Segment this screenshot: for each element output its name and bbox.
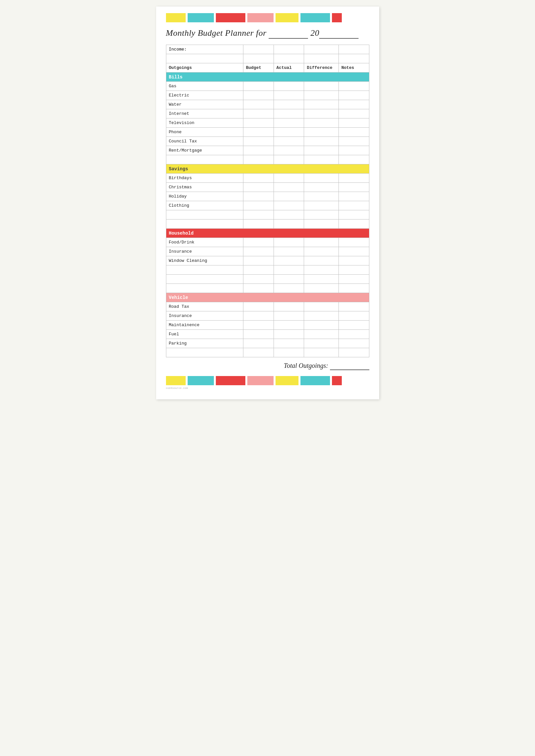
savings-holiday-budget <box>243 192 273 201</box>
bills-counciltax-row: Council Tax <box>166 137 369 146</box>
bills-phone-diff <box>304 128 339 137</box>
savings-birthdays-diff <box>304 174 339 183</box>
income-budget-cell <box>243 45 273 54</box>
vehicle-parking-label: Parking <box>166 339 243 348</box>
household-insurance-diff <box>304 247 339 256</box>
bills-gas-actual <box>273 82 304 91</box>
vehicle-parking-row: Parking <box>166 339 369 348</box>
savings-birthdays-budget <box>243 174 273 183</box>
bills-counciltax-notes <box>339 137 369 146</box>
bills-water-actual <box>273 100 304 109</box>
household-fooddrink-notes <box>339 238 369 247</box>
savings-clothing-budget <box>243 201 273 210</box>
title-prefix: Monthly Budget Planner for <box>166 28 267 38</box>
household-insurance-budget <box>243 247 273 256</box>
vehicle-parking-notes <box>339 339 369 348</box>
strip-b-teal-1 <box>188 376 214 385</box>
bills-internet-actual <box>273 109 304 118</box>
savings-holiday-diff <box>304 192 339 201</box>
savings-birthdays-row: Birthdays <box>166 174 369 183</box>
title-underline-month <box>268 28 308 39</box>
household-fooddrink-row: Food/Drink <box>166 238 369 247</box>
bills-phone-notes <box>339 128 369 137</box>
bills-label: Bills <box>166 73 369 82</box>
strip-red-2 <box>332 13 342 22</box>
household-empty-row-2 <box>166 275 369 284</box>
vehicle-maintainence-budget <box>243 321 273 330</box>
page-title: Monthly Budget Planner for 20 <box>166 28 369 39</box>
income-row: Income: <box>166 45 369 54</box>
bills-counciltax-budget <box>243 137 273 146</box>
savings-christmas-row: Christmas <box>166 183 369 192</box>
household-fooddrink-diff <box>304 238 339 247</box>
strip-b-pink-1 <box>247 376 273 385</box>
strip-b-red-1 <box>216 376 245 385</box>
bills-internet-notes <box>339 109 369 118</box>
title-year-prefix: 20 <box>310 28 319 38</box>
household-windowcleaning-notes <box>339 256 369 265</box>
bills-electric-row: Electric <box>166 91 369 100</box>
bills-water-row: Water <box>166 100 369 109</box>
bills-rent-notes <box>339 146 369 155</box>
bills-electric-budget <box>243 91 273 100</box>
vehicle-parking-actual <box>273 339 304 348</box>
bills-rent-budget <box>243 146 273 155</box>
savings-clothing-label: Clothing <box>166 201 243 210</box>
savings-christmas-notes <box>339 183 369 192</box>
vehicle-fuel-row: Fuel <box>166 330 369 339</box>
strip-b-teal-2 <box>300 376 330 385</box>
bills-counciltax-label: Council Tax <box>166 137 243 146</box>
header-actual: Actual <box>273 63 304 73</box>
savings-birthdays-notes <box>339 174 369 183</box>
bills-television-row: Television <box>166 118 369 128</box>
bills-internet-budget <box>243 109 273 118</box>
category-household: Household <box>166 229 369 238</box>
bills-rent-label: Rent/Mortgage <box>166 146 243 155</box>
savings-clothing-actual <box>273 201 304 210</box>
household-fooddrink-label: Food/Drink <box>166 238 243 247</box>
header-outgoings: Outgoings <box>166 63 243 73</box>
vehicle-roadtax-diff <box>304 302 339 311</box>
vehicle-roadtax-actual <box>273 302 304 311</box>
strip-red-1 <box>216 13 245 22</box>
bills-television-label: Television <box>166 118 243 128</box>
bills-television-actual <box>273 118 304 128</box>
household-insurance-row: Insurance <box>166 247 369 256</box>
vehicle-maintainence-diff <box>304 321 339 330</box>
watermark: cod4source.com <box>166 387 369 390</box>
savings-empty-row-1 <box>166 210 369 219</box>
bills-phone-actual <box>273 128 304 137</box>
header-notes: Notes <box>339 63 369 73</box>
strip-b-red-2 <box>332 376 342 385</box>
income-notes-cell <box>339 45 369 54</box>
savings-empty-row-2 <box>166 219 369 229</box>
savings-clothing-notes <box>339 201 369 210</box>
top-color-strips <box>166 13 369 22</box>
vehicle-label: Vehicle <box>166 293 369 302</box>
vehicle-fuel-actual <box>273 330 304 339</box>
vehicle-empty-row <box>166 348 369 357</box>
vehicle-insurance-actual <box>273 311 304 321</box>
bills-internet-diff <box>304 109 339 118</box>
savings-label: Savings <box>166 164 369 174</box>
bills-television-diff <box>304 118 339 128</box>
bills-rent-row: Rent/Mortgage <box>166 146 369 155</box>
bills-counciltax-actual <box>273 137 304 146</box>
savings-birthdays-label: Birthdays <box>166 174 243 183</box>
bills-empty-row <box>166 155 369 164</box>
bills-water-diff <box>304 100 339 109</box>
household-empty-row-3 <box>166 284 369 293</box>
table-header-row: Outgoings Budget Actual Difference Notes <box>166 63 369 73</box>
bills-phone-budget <box>243 128 273 137</box>
bills-electric-label: Electric <box>166 91 243 100</box>
bills-gas-row: Gas <box>166 82 369 91</box>
bills-phone-label: Phone <box>166 128 243 137</box>
bills-television-budget <box>243 118 273 128</box>
household-fooddrink-budget <box>243 238 273 247</box>
savings-holiday-notes <box>339 192 369 201</box>
income-actual-cell <box>273 45 304 54</box>
household-windowcleaning-label: Window Cleaning <box>166 256 243 265</box>
savings-clothing-row: Clothing <box>166 201 369 210</box>
bills-internet-label: Internet <box>166 109 243 118</box>
savings-christmas-label: Christmas <box>166 183 243 192</box>
